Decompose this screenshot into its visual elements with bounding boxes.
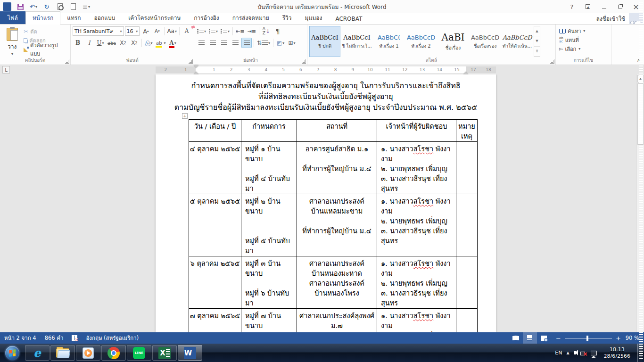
styles-gallery-expand[interactable]: ⊽ — [534, 47, 540, 57]
web-layout-button[interactable] — [537, 332, 551, 344]
zoom-slider[interactable] — [565, 338, 612, 338]
sign-in-area[interactable]: ลงชื่อเข้าใช้ — [596, 13, 644, 24]
zoom-slider-thumb[interactable] — [586, 336, 588, 341]
thai-distributed-button[interactable] — [241, 38, 252, 48]
cell-place[interactable]: ศาลาอเนกประสงค์ บ้านแหลมมะขาม ที่ทำการผู… — [297, 194, 377, 256]
style-heading2[interactable]: AaBbCcDหัวเรื่อง 2 — [405, 26, 437, 57]
header-date[interactable]: วัน / เดือน / ปี — [189, 120, 241, 142]
restore-button[interactable] — [612, 0, 628, 13]
document-title-line1[interactable]: กำหนดการลงพื้นที่จัดเตรียมความพร้อมของผู… — [156, 80, 496, 91]
taskbar-file-explorer[interactable] — [50, 345, 75, 361]
document-page[interactable]: กำหนดการลงพื้นที่จัดเตรียมความพร้อมของผู… — [156, 74, 496, 332]
cell-note[interactable] — [456, 256, 478, 309]
header-place[interactable]: สถานที่ — [297, 120, 377, 142]
minimize-button[interactable] — [596, 0, 612, 13]
numbering-button[interactable]: ▾ — [208, 26, 219, 36]
cell-date[interactable]: ๖ ตุลาคม ๒๕๖๕ — [189, 256, 241, 309]
font-name-select[interactable]: TH SarabunIT๙▾ — [73, 26, 124, 36]
undo-dropdown-icon[interactable]: ▾ — [35, 5, 37, 9]
undo-button[interactable]: ↶▾ — [29, 2, 38, 11]
taskbar-line[interactable]: LINE — [127, 345, 151, 361]
align-left-button[interactable] — [196, 38, 206, 48]
styles-dialog-launcher[interactable] — [550, 59, 554, 64]
font-dialog-launcher[interactable] — [189, 59, 193, 64]
print-layout-button[interactable] — [523, 332, 537, 344]
tab-review[interactable]: รีวิว — [276, 12, 298, 24]
header-schedule[interactable]: กำหนดการ — [241, 120, 297, 142]
text-effects-button[interactable]: A▾ — [144, 38, 154, 48]
tab-stop-selector[interactable]: L — [2, 66, 10, 74]
style-normal[interactable]: AaBbCcI¶ ปกติ — [309, 26, 340, 57]
header-officials[interactable]: เจ้าหน้าที่ผู้รับผิดชอบ — [377, 120, 456, 142]
cell-date[interactable]: ๕ ตุลาคม ๒๕๖๕ — [189, 194, 241, 256]
style-subtitle[interactable]: AaBbCcDชื่อเรื่องรอง — [470, 26, 501, 57]
word-count-status[interactable]: 866 คำ — [41, 332, 68, 344]
cell-place[interactable]: ศาลาอเนกประสงค์ บ้านหนองมะหาด ศาลาอเนกปร… — [297, 256, 377, 309]
tab-references[interactable]: การอ้างอิง — [187, 12, 225, 24]
tab-design[interactable]: ออกแบบ — [88, 12, 122, 24]
zoom-out-button[interactable]: − — [556, 335, 561, 341]
clear-formatting-button[interactable]: A — [182, 26, 192, 36]
cell-schedule[interactable]: หมู่ที่ ๓ บ้านขนาบ หมู่ที่ ๖ บ้านทับมา — [241, 256, 297, 309]
sort-button[interactable]: AZ↓ — [261, 26, 272, 36]
cell-place[interactable]: อาคารศูนย์สาธิต ม.๑ ที่ทำการผู้ใหญ่บ้าน … — [297, 142, 377, 194]
taskbar-word[interactable]: W — [178, 345, 202, 361]
read-mode-button[interactable] — [509, 332, 523, 344]
proofing-errors-button[interactable] — [67, 332, 82, 344]
start-button[interactable] — [0, 344, 25, 362]
style-subtle-emphasis[interactable]: AaBbCcDทำให้ตัวเน้น... — [502, 26, 533, 57]
underline-button[interactable]: U▾ — [95, 38, 106, 48]
network-error-icon[interactable] — [580, 350, 586, 355]
zoom-in-button[interactable]: + — [616, 335, 621, 341]
shading-button[interactable]: ◩▾ — [275, 38, 286, 48]
grow-font-button[interactable]: A — [140, 26, 151, 36]
font-size-select[interactable]: 16▾ — [125, 26, 140, 36]
header-note[interactable]: หมายเหตุ — [456, 120, 478, 142]
styles-scroll-down[interactable]: ▼ — [534, 36, 540, 46]
cut-button[interactable]: ✂ตัด — [22, 27, 68, 36]
cell-schedule[interactable]: หมู่ที่ ๑ บ้านขนาบ หมู่ที่ ๔ บ้านทับมา — [241, 142, 297, 194]
highlight-color-button[interactable]: ab▾ — [155, 38, 167, 48]
font-color-button[interactable]: A▾ — [168, 38, 178, 48]
network-monitor-icon[interactable] — [591, 351, 597, 355]
cell-note[interactable] — [456, 309, 478, 333]
align-center-button[interactable] — [207, 38, 218, 48]
style-heading1[interactable]: AaBbC(หัวเรื่อง 1 — [373, 26, 405, 57]
print-preview-button[interactable] — [56, 2, 64, 11]
cell-date[interactable]: ๗ ตุลาคม ๒๕๖๕ — [189, 309, 241, 333]
cell-schedule[interactable]: หมู่ที่ ๗ บ้านขนาบ หมู่ที่ ๘ บ้านทับมา — [241, 309, 297, 333]
schedule-table[interactable]: วัน / เดือน / ปี กำหนดการ สถานที่ เจ้าหน… — [189, 119, 478, 332]
paragraph-dialog-launcher[interactable] — [302, 59, 306, 64]
cell-note[interactable] — [456, 194, 478, 256]
clock[interactable]: 18:13 28/6/2566 — [601, 346, 633, 360]
customize-qat-button[interactable]: ≡▾ — [82, 2, 91, 11]
tab-file[interactable]: ไฟล์ — [0, 11, 25, 24]
bold-button[interactable]: B — [73, 38, 83, 48]
cell-officials[interactable]: ๑. นางสาวสโรชา พังงางาม ๒. นายพุทธพร เพิ… — [377, 142, 456, 194]
taskbar-internet-explorer[interactable]: e — [25, 345, 50, 361]
taskbar-chrome[interactable] — [101, 345, 126, 361]
line-spacing-button[interactable]: ⇅▾ — [256, 38, 271, 48]
horizontal-ruler[interactable]: 21 123456789101112131415 1718 — [156, 66, 496, 73]
format-painter-button[interactable]: ตัวคัดวางรูปแบบ — [22, 45, 68, 54]
input-language-indicator[interactable]: EN — [555, 350, 562, 356]
language-status[interactable]: อังกฤษ (สหรัฐอเมริกา) — [82, 332, 143, 344]
replace-button[interactable]: abacแทนที่ — [558, 36, 609, 44]
cell-date[interactable]: ๔ ตุลาคม ๒๕๖๕ — [189, 142, 241, 194]
tab-acrobat[interactable]: ACROBAT — [329, 14, 369, 24]
justify-button[interactable] — [230, 38, 240, 48]
first-line-indent-marker[interactable] — [194, 65, 198, 68]
find-button[interactable]: ค้นหา▾ — [558, 27, 609, 35]
show-hidden-icons-button[interactable]: ▲ — [566, 351, 569, 355]
document-title-line3[interactable]: ตามบัญชีรายชื่อผู้มีสิทธิมาลงทะเบียนรับเ… — [156, 102, 496, 113]
taskbar-media-player[interactable] — [76, 345, 100, 361]
taskbar-excel[interactable]: X — [152, 345, 177, 361]
cell-officials[interactable]: ๑. นางสาวสโรชา พังงางาม ๒. นายพุทธพร เพิ… — [377, 309, 456, 333]
multilevel-list-button[interactable]: ▾ — [220, 26, 231, 36]
table-move-handle[interactable]: + — [182, 113, 188, 119]
cell-officials[interactable]: ๑. นางสาวสโรชา พังงางาม ๒. นายพุทธพร เพิ… — [377, 256, 456, 309]
tab-insert[interactable]: แทรก — [60, 12, 87, 24]
paste-button[interactable]: วาง ▾ — [2, 26, 22, 57]
ribbon-display-options-button[interactable]: ▲ — [580, 0, 596, 13]
cell-officials[interactable]: ๑. นางสาวสโรชา พังงางาม ๒. นายพุทธพร เพิ… — [377, 194, 456, 256]
